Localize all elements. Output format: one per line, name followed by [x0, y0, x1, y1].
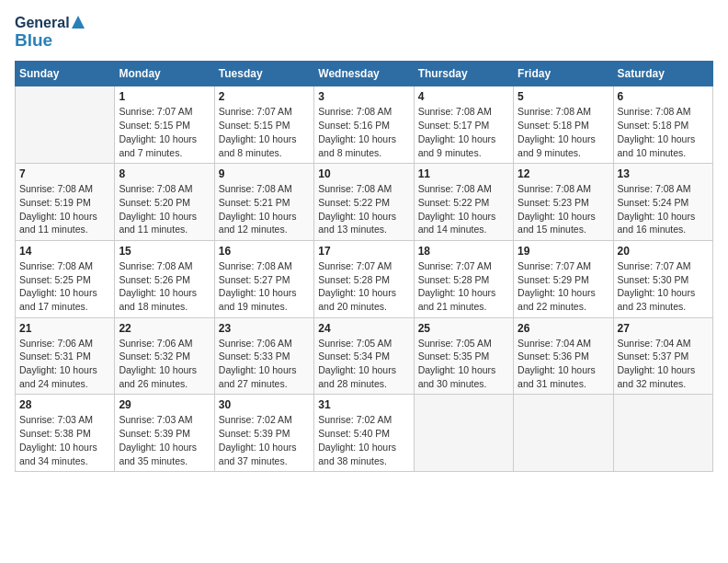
day-number: 31 [318, 398, 409, 411]
day-info: Sunrise: 7:06 AM Sunset: 5:31 PM Dayligh… [19, 337, 110, 391]
day-number: 9 [219, 167, 310, 180]
day-number: 19 [518, 245, 609, 258]
svg-marker-0 [72, 16, 85, 29]
calendar-cell: 14Sunrise: 7:08 AM Sunset: 5:25 PM Dayli… [16, 240, 115, 317]
day-number: 20 [618, 245, 709, 258]
calendar-cell: 8Sunrise: 7:08 AM Sunset: 5:20 PM Daylig… [115, 164, 214, 241]
day-number: 11 [418, 167, 509, 180]
day-info: Sunrise: 7:07 AM Sunset: 5:29 PM Dayligh… [518, 259, 609, 314]
logo: General Blue [15, 15, 85, 50]
calendar-cell: 20Sunrise: 7:07 AM Sunset: 5:30 PM Dayli… [613, 240, 712, 317]
day-info: Sunrise: 7:07 AM Sunset: 5:28 PM Dayligh… [318, 259, 409, 314]
day-number: 26 [518, 322, 609, 335]
calendar-cell: 18Sunrise: 7:07 AM Sunset: 5:28 PM Dayli… [414, 240, 513, 317]
calendar-cell: 30Sunrise: 7:02 AM Sunset: 5:39 PM Dayli… [214, 395, 313, 472]
calendar-cell: 26Sunrise: 7:04 AM Sunset: 5:36 PM Dayli… [514, 317, 613, 395]
calendar-cell [514, 395, 613, 472]
day-info: Sunrise: 7:07 AM Sunset: 5:30 PM Dayligh… [618, 259, 709, 314]
calendar-cell: 6Sunrise: 7:08 AM Sunset: 5:18 PM Daylig… [613, 86, 712, 164]
day-info: Sunrise: 7:08 AM Sunset: 5:17 PM Dayligh… [418, 105, 509, 159]
day-info: Sunrise: 7:08 AM Sunset: 5:25 PM Dayligh… [19, 259, 110, 314]
day-of-week-header: Monday [115, 62, 214, 86]
calendar-cell: 22Sunrise: 7:06 AM Sunset: 5:32 PM Dayli… [115, 317, 214, 395]
page-header: General Blue [15, 15, 713, 50]
calendar-week-row: 28Sunrise: 7:03 AM Sunset: 5:38 PM Dayli… [16, 395, 713, 472]
calendar-cell: 7Sunrise: 7:08 AM Sunset: 5:19 PM Daylig… [16, 164, 115, 241]
calendar-cell: 4Sunrise: 7:08 AM Sunset: 5:17 PM Daylig… [414, 86, 513, 164]
day-info: Sunrise: 7:03 AM Sunset: 5:39 PM Dayligh… [119, 413, 210, 467]
day-of-week-header: Friday [514, 62, 613, 86]
day-number: 6 [618, 90, 709, 103]
calendar-cell: 25Sunrise: 7:05 AM Sunset: 5:35 PM Dayli… [414, 317, 513, 395]
day-info: Sunrise: 7:02 AM Sunset: 5:39 PM Dayligh… [219, 413, 310, 467]
logo-general: General [15, 15, 70, 31]
logo-triangle-icon [72, 16, 85, 29]
day-number: 13 [618, 167, 709, 180]
calendar-week-row: 1Sunrise: 7:07 AM Sunset: 5:15 PM Daylig… [16, 86, 713, 164]
day-number: 27 [618, 322, 709, 335]
calendar-week-row: 21Sunrise: 7:06 AM Sunset: 5:31 PM Dayli… [16, 317, 713, 395]
day-of-week-header: Thursday [414, 62, 513, 86]
day-info: Sunrise: 7:07 AM Sunset: 5:15 PM Dayligh… [219, 105, 310, 159]
day-number: 22 [119, 322, 210, 335]
day-number: 29 [119, 398, 210, 411]
calendar-cell: 28Sunrise: 7:03 AM Sunset: 5:38 PM Dayli… [16, 395, 115, 472]
day-info: Sunrise: 7:04 AM Sunset: 5:36 PM Dayligh… [518, 337, 609, 391]
day-info: Sunrise: 7:08 AM Sunset: 5:27 PM Dayligh… [219, 259, 310, 314]
day-info: Sunrise: 7:02 AM Sunset: 5:40 PM Dayligh… [318, 413, 409, 467]
day-of-week-header: Sunday [16, 62, 115, 86]
day-number: 21 [19, 322, 110, 335]
calendar-cell: 19Sunrise: 7:07 AM Sunset: 5:29 PM Dayli… [514, 240, 613, 317]
day-info: Sunrise: 7:04 AM Sunset: 5:37 PM Dayligh… [618, 337, 709, 391]
calendar-week-row: 7Sunrise: 7:08 AM Sunset: 5:19 PM Daylig… [16, 164, 713, 241]
calendar-cell [16, 86, 115, 164]
day-number: 15 [119, 245, 210, 258]
day-info: Sunrise: 7:08 AM Sunset: 5:18 PM Dayligh… [618, 105, 709, 159]
day-number: 17 [318, 245, 409, 258]
day-number: 12 [518, 167, 609, 180]
calendar-cell: 29Sunrise: 7:03 AM Sunset: 5:39 PM Dayli… [115, 395, 214, 472]
calendar-cell: 11Sunrise: 7:08 AM Sunset: 5:22 PM Dayli… [414, 164, 513, 241]
day-info: Sunrise: 7:07 AM Sunset: 5:28 PM Dayligh… [418, 259, 509, 314]
calendar-body: 1Sunrise: 7:07 AM Sunset: 5:15 PM Daylig… [16, 86, 713, 472]
calendar-cell: 27Sunrise: 7:04 AM Sunset: 5:37 PM Dayli… [613, 317, 712, 395]
calendar-cell: 3Sunrise: 7:08 AM Sunset: 5:16 PM Daylig… [314, 86, 414, 164]
day-info: Sunrise: 7:07 AM Sunset: 5:15 PM Dayligh… [119, 105, 210, 159]
calendar-cell: 13Sunrise: 7:08 AM Sunset: 5:24 PM Dayli… [613, 164, 712, 241]
calendar-cell: 2Sunrise: 7:07 AM Sunset: 5:15 PM Daylig… [214, 86, 313, 164]
calendar-cell: 10Sunrise: 7:08 AM Sunset: 5:22 PM Dayli… [314, 164, 414, 241]
calendar-cell: 24Sunrise: 7:05 AM Sunset: 5:34 PM Dayli… [314, 317, 414, 395]
calendar-cell: 1Sunrise: 7:07 AM Sunset: 5:15 PM Daylig… [115, 86, 214, 164]
day-of-week-header: Tuesday [214, 62, 313, 86]
day-info: Sunrise: 7:03 AM Sunset: 5:38 PM Dayligh… [19, 413, 110, 467]
day-header-row: SundayMondayTuesdayWednesdayThursdayFrid… [16, 62, 713, 86]
day-number: 2 [219, 90, 310, 103]
day-info: Sunrise: 7:08 AM Sunset: 5:16 PM Dayligh… [318, 105, 409, 159]
logo-blue: Blue [15, 31, 85, 51]
calendar-cell: 23Sunrise: 7:06 AM Sunset: 5:33 PM Dayli… [214, 317, 313, 395]
day-number: 28 [19, 398, 110, 411]
day-info: Sunrise: 7:06 AM Sunset: 5:32 PM Dayligh… [119, 337, 210, 391]
day-info: Sunrise: 7:08 AM Sunset: 5:22 PM Dayligh… [318, 182, 409, 236]
calendar-cell: 9Sunrise: 7:08 AM Sunset: 5:21 PM Daylig… [214, 164, 313, 241]
calendar-cell [613, 395, 712, 472]
day-number: 7 [19, 167, 110, 180]
calendar-week-row: 14Sunrise: 7:08 AM Sunset: 5:25 PM Dayli… [16, 240, 713, 317]
day-info: Sunrise: 7:08 AM Sunset: 5:18 PM Dayligh… [518, 105, 609, 159]
day-info: Sunrise: 7:08 AM Sunset: 5:19 PM Dayligh… [19, 182, 110, 236]
day-info: Sunrise: 7:06 AM Sunset: 5:33 PM Dayligh… [219, 337, 310, 391]
calendar-cell: 17Sunrise: 7:07 AM Sunset: 5:28 PM Dayli… [314, 240, 414, 317]
calendar-cell: 12Sunrise: 7:08 AM Sunset: 5:23 PM Dayli… [514, 164, 613, 241]
day-number: 23 [219, 322, 310, 335]
day-number: 4 [418, 90, 509, 103]
day-info: Sunrise: 7:05 AM Sunset: 5:34 PM Dayligh… [318, 337, 409, 391]
day-number: 25 [418, 322, 509, 335]
calendar-cell: 31Sunrise: 7:02 AM Sunset: 5:40 PM Dayli… [314, 395, 414, 472]
calendar-header: SundayMondayTuesdayWednesdayThursdayFrid… [16, 62, 713, 86]
calendar-cell: 15Sunrise: 7:08 AM Sunset: 5:26 PM Dayli… [115, 240, 214, 317]
day-info: Sunrise: 7:08 AM Sunset: 5:26 PM Dayligh… [119, 259, 210, 314]
day-of-week-header: Saturday [613, 62, 712, 86]
day-number: 3 [318, 90, 409, 103]
day-number: 16 [219, 245, 310, 258]
day-number: 14 [19, 245, 110, 258]
